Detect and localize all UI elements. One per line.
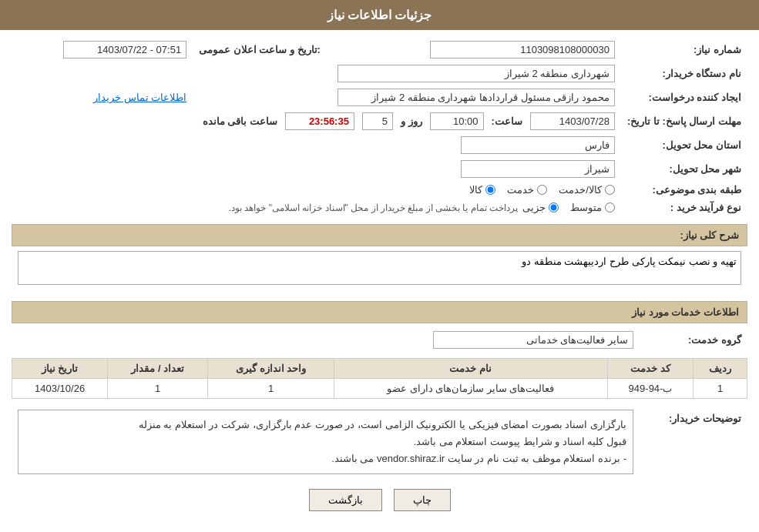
deadline-days: 5 (362, 112, 393, 130)
announcement-label: تاریخ و ساعت اعلان عمومی: (193, 38, 327, 62)
deadline-time-label: ساعت: (492, 115, 522, 127)
back-button[interactable]: بازگشت (309, 489, 382, 511)
buyer-org-value: شهرداری منطقه 2 شیراز (338, 65, 615, 82)
contact-link[interactable]: اطلاعات تماس خریدار (93, 92, 186, 103)
page-header: جزئیات اطلاعات نیاز (0, 0, 759, 30)
col-qty: تعداد / مقدار (108, 359, 208, 379)
created-by-label: ایجاد کننده درخواست: (621, 85, 747, 109)
need-number-value: 1103098108000030 (430, 41, 615, 59)
col-unit: واحد اندازه گیری (208, 359, 334, 379)
service-group-value: سایر فعالیت‌های خدماتی (433, 331, 633, 349)
deadline-days-label: روز و (401, 115, 422, 127)
process-radio-group: متوسط جزیی (522, 202, 615, 213)
process-label: نوع فرآیند خرید : (621, 199, 747, 216)
category-option-good[interactable]: کالا (469, 184, 495, 196)
col-name: نام خدمت (334, 359, 607, 379)
buyer-org-label: نام دستگاه خریدار: (621, 62, 747, 85)
category-option-service-good[interactable]: کالا/خدمت (559, 184, 615, 196)
deadline-label: مهلت ارسال پاسخ: تا تاریخ: (621, 109, 747, 133)
info-table: شماره نیاز: 1103098108000030 تاریخ و ساع… (12, 38, 747, 216)
process-option-small[interactable]: جزیی (522, 202, 559, 213)
buyer-notes-label: توضیحات خریدار: (640, 407, 747, 477)
cell-qty: 1 (108, 379, 208, 399)
buyer-notes-box: بارگزاری اسناد بصورت امضای فیزیکی یا الک… (18, 410, 633, 474)
deadline-remaining: 23:56:35 (285, 112, 354, 130)
city-value: شیراز (461, 160, 615, 178)
table-row: 1ب-94-949فعالیت‌های سایر سازمان‌های دارا… (12, 379, 747, 399)
cell-row: 1 (694, 379, 747, 399)
announcement-value: 1403/07/22 - 07:51 (63, 41, 186, 59)
print-button[interactable]: چاپ (394, 489, 451, 511)
cell-date: 1403/10/26 (12, 379, 108, 399)
col-row: ردیف (694, 359, 747, 379)
buyer-note-line: قبول کلیه اسناد و شرایط پیوست استعلام می… (25, 433, 626, 450)
deadline-remaining-label: ساعت باقی مانده (203, 115, 277, 127)
process-note: پرداخت تمام یا بخشی از مبلغ خریدار از مح… (229, 202, 518, 213)
cell-code: ب-94-949 (607, 379, 694, 399)
buyer-note-line: بارگزاری اسناد بصورت امضای فیزیکی یا الک… (25, 417, 626, 433)
deadline-time: 10:00 (430, 112, 484, 130)
summary-textarea[interactable]: تهیه و نصب نیمکت پارکی طرح اردیبهشت منطق… (18, 251, 741, 285)
process-option-medium[interactable]: متوسط (570, 202, 615, 213)
city-label: شهر محل تحویل: (621, 157, 747, 181)
province-label: استان محل تحویل: (621, 133, 747, 157)
need-number-label: شماره نیاز: (621, 38, 747, 62)
page-title: جزئیات اطلاعات نیاز (327, 8, 432, 22)
province-value: فارس (461, 136, 615, 154)
cell-unit: 1 (208, 379, 334, 399)
created-by-value: محمود رازقی مسئول قراردادها شهرداری منطق… (338, 89, 615, 106)
service-group-label: گروه خدمت: (640, 328, 747, 352)
cell-name: فعالیت‌های سایر سازمان‌های دارای عضو (334, 379, 607, 399)
category-option-service[interactable]: خدمت (507, 184, 547, 196)
category-label: طبقه بندی موضوعی: (621, 181, 747, 199)
services-section-title: اطلاعات خدمات مورد نیاز (12, 301, 747, 323)
buyer-note-line: - برنده استعلام موظف به ثبت نام در سایت … (25, 450, 626, 467)
button-row: چاپ بازگشت (12, 489, 747, 511)
summary-section-title: شرح کلی نیاز: (12, 224, 747, 246)
services-table: ردیف کد خدمت نام خدمت واحد اندازه گیری ت… (12, 358, 747, 399)
col-code: کد خدمت (607, 359, 694, 379)
category-radio-group: کالا/خدمت خدمت کالا (18, 184, 615, 196)
col-date: تاریخ نیاز (12, 359, 108, 379)
deadline-date: 1403/07/28 (530, 112, 615, 130)
